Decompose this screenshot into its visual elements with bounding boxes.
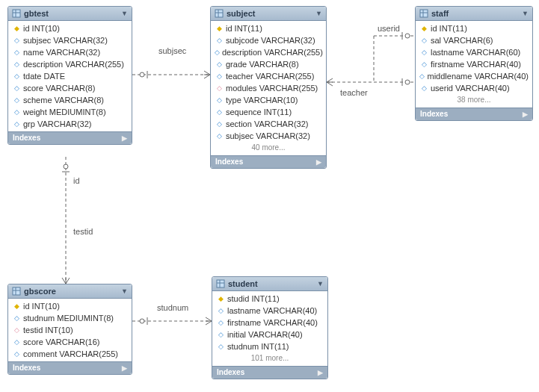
table-title: staff — [431, 9, 522, 18]
column-text: firstname VARCHAR(40) — [227, 317, 318, 328]
column-row[interactable]: ◇initial VARCHAR(40) — [212, 329, 327, 340]
column-text: id INT(11) — [431, 23, 467, 34]
table-subject[interactable]: subject ▼ ◆id INT(11) ◇subjcode VARCHAR(… — [210, 6, 327, 169]
column-row[interactable]: ◇sequence INT(11) — [211, 106, 326, 118]
table-header-gbscore[interactable]: gbscore ▼ — [8, 284, 132, 299]
column-row[interactable]: ◆id INT(11) — [211, 22, 326, 34]
column-row[interactable]: ◇modules VARCHAR(255) — [211, 82, 326, 94]
column-row[interactable]: ◆id INT(10) — [8, 300, 132, 312]
more-columns[interactable]: 40 more... — [211, 142, 326, 154]
field-icon: ◇ — [216, 341, 225, 352]
indexes-footer[interactable]: Indexes ▶ — [8, 361, 132, 374]
column-text: name VARCHAR(32) — [23, 47, 100, 57]
pk-icon: ◆ — [12, 23, 21, 34]
column-text: subjsec VARCHAR(32) — [226, 131, 310, 141]
column-row[interactable]: ◇lastname VARCHAR(40) — [212, 305, 327, 317]
column-row[interactable]: ◇middlename VARCHAR(40) — [416, 70, 532, 82]
chevron-right-icon: ▶ — [122, 364, 127, 372]
rel-gbscore-student — [132, 317, 212, 325]
rel-subject-staff — [327, 32, 415, 86]
column-row[interactable]: ◇studnum MEDIUMINT(8) — [8, 312, 132, 324]
column-text: lastname VARCHAR(60) — [431, 47, 520, 57]
table-header-staff[interactable]: staff ▼ — [416, 7, 532, 21]
column-row[interactable]: ◇grade VARCHAR(8) — [211, 58, 326, 70]
more-columns[interactable]: 38 more... — [416, 94, 532, 106]
column-list: ◆id INT(10) ◇subjsec VARCHAR(32) ◇name V… — [8, 21, 132, 131]
table-header-student[interactable]: student ▼ — [212, 277, 327, 291]
column-row[interactable]: ◇type VARCHAR(10) — [211, 94, 326, 106]
indexes-label: Indexes — [420, 110, 448, 118]
column-row[interactable]: ◇name VARCHAR(32) — [8, 46, 132, 58]
column-row[interactable]: ◇sal VARCHAR(6) — [416, 34, 532, 46]
field-icon: ◇ — [215, 131, 224, 141]
chevron-right-icon: ▶ — [318, 369, 323, 376]
column-row[interactable]: ◆studid INT(11) — [212, 293, 327, 305]
field-icon: ◇ — [216, 329, 225, 340]
column-row[interactable]: ◇description VARCHAR(255) — [8, 58, 132, 70]
field-icon: ◇ — [12, 337, 21, 347]
table-staff[interactable]: staff ▼ ◆id INT(11) ◇sal VARCHAR(6) ◇las… — [415, 6, 533, 121]
column-row[interactable]: ◇score VARCHAR(8) — [8, 82, 132, 94]
column-row[interactable]: ◇comment VARCHAR(255) — [8, 348, 132, 360]
column-list: ◆studid INT(11) ◇lastname VARCHAR(40) ◇f… — [212, 291, 327, 366]
column-row[interactable]: ◇section VARCHAR(32) — [211, 118, 326, 130]
column-row[interactable]: ◇studnum INT(11) — [212, 340, 327, 352]
field-icon: ◇ — [419, 47, 428, 57]
column-row[interactable]: ◇scheme VARCHAR(8) — [8, 94, 132, 106]
field-icon: ◇ — [12, 83, 21, 93]
column-row[interactable]: ◇score VARCHAR(16) — [8, 336, 132, 348]
field-icon: ◇ — [12, 313, 21, 323]
column-row[interactable]: ◆id INT(11) — [416, 22, 532, 34]
field-icon: ◇ — [12, 119, 21, 129]
indexes-footer[interactable]: Indexes ▶ — [8, 131, 132, 144]
field-icon: ◇ — [215, 119, 224, 129]
column-row[interactable]: ◇userid VARCHAR(40) — [416, 82, 532, 94]
field-icon: ◇ — [215, 47, 220, 57]
column-text: subjcode VARCHAR(32) — [226, 35, 315, 46]
column-row[interactable]: ◇tdate DATE — [8, 70, 132, 82]
indexes-footer[interactable]: Indexes ▶ — [212, 366, 327, 379]
table-gbtest[interactable]: gbtest ▼ ◆id INT(10) ◇subjsec VARCHAR(32… — [7, 6, 132, 145]
column-row[interactable]: ◇testid INT(10) — [8, 324, 132, 336]
column-text: score VARCHAR(8) — [23, 83, 95, 93]
field-icon: ◇ — [12, 349, 21, 359]
table-student[interactable]: student ▼ ◆studid INT(11) ◇lastname VARC… — [212, 276, 328, 379]
table-header-subject[interactable]: subject ▼ — [211, 7, 326, 21]
column-row[interactable]: ◇subjsec VARCHAR(32) — [211, 130, 326, 142]
field-icon: ◇ — [12, 325, 21, 335]
field-icon: ◇ — [215, 83, 224, 93]
rel-label-studnum: studnum — [157, 303, 188, 312]
rel-label-teacher: teacher — [340, 88, 368, 97]
column-text: sal VARCHAR(6) — [431, 35, 493, 46]
column-row[interactable]: ◇teacher VARCHAR(255) — [211, 70, 326, 82]
column-text: weight MEDIUMINT(8) — [23, 107, 106, 117]
column-row[interactable]: ◇subjsec VARCHAR(32) — [8, 34, 132, 46]
column-row[interactable]: ◇description VARCHAR(255) — [211, 46, 326, 58]
table-title: gbtest — [24, 9, 121, 18]
column-row[interactable]: ◇subjcode VARCHAR(32) — [211, 34, 326, 46]
field-icon: ◇ — [419, 83, 428, 93]
column-row[interactable]: ◇firstname VARCHAR(40) — [416, 58, 532, 70]
column-row[interactable]: ◇firstname VARCHAR(40) — [212, 317, 327, 329]
column-text: studnum INT(11) — [227, 341, 289, 352]
chevron-right-icon: ▶ — [523, 111, 528, 118]
indexes-footer[interactable]: Indexes ▶ — [416, 108, 532, 120]
field-icon: ◇ — [215, 71, 224, 81]
table-icon — [12, 287, 21, 296]
field-icon: ◇ — [215, 107, 224, 117]
rel-label-userid: userid — [378, 24, 400, 33]
column-row[interactable]: ◇weight MEDIUMINT(8) — [8, 106, 132, 118]
rel-label-id: id — [73, 176, 80, 185]
column-row[interactable]: ◆id INT(10) — [8, 22, 132, 34]
table-header-gbtest[interactable]: gbtest ▼ — [8, 7, 132, 21]
table-gbscore[interactable]: gbscore ▼ ◆id INT(10) ◇studnum MEDIUMINT… — [7, 284, 132, 375]
more-columns[interactable]: 101 more... — [212, 352, 327, 364]
column-row[interactable]: ◇grp VARCHAR(32) — [8, 118, 132, 130]
column-text: studid INT(11) — [227, 293, 280, 304]
indexes-footer[interactable]: Indexes ▶ — [211, 155, 326, 168]
column-text: scheme VARCHAR(8) — [23, 95, 104, 105]
indexes-label: Indexes — [215, 158, 243, 166]
pk-icon: ◆ — [419, 23, 428, 34]
column-row[interactable]: ◇lastname VARCHAR(60) — [416, 46, 532, 58]
chevron-down-icon: ▼ — [121, 10, 128, 17]
